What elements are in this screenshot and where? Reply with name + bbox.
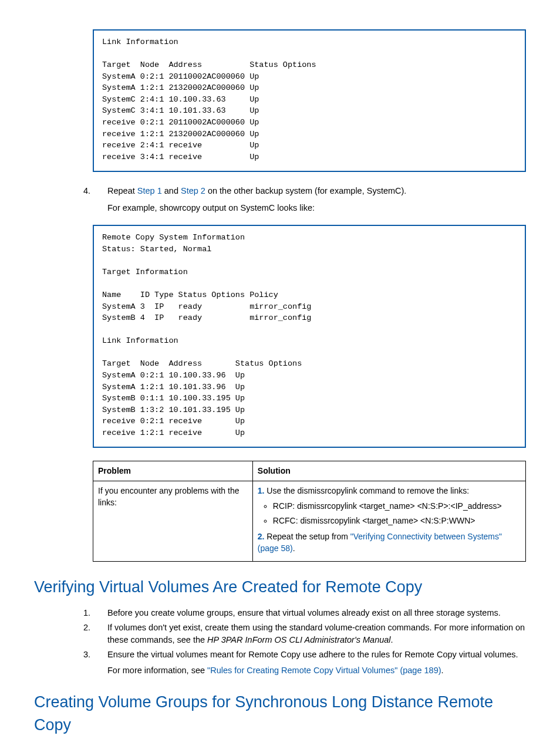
td-problem: If you encounter any problems with the l… (93, 481, 253, 561)
step4-text-suffix: on the other backup system (for example,… (205, 186, 407, 195)
sol1-bullet-rcip: RCIP: dismissrcopylink <target_name> <N:… (273, 500, 521, 512)
solution-item-1: 1. Use the dismissrcopylink command to r… (258, 485, 521, 527)
sol1-bullet-rcfc: RCFC: dismissrcopylink <target_name> <N:… (273, 515, 521, 526)
s1-li3-text: Ensure the virtual volumes meant for Rem… (107, 650, 518, 659)
s1-li3-sub-b: . (441, 666, 444, 675)
th-solution: Solution (252, 461, 525, 481)
step4-text-prefix: Repeat (107, 186, 137, 195)
link-step-2[interactable]: Step 2 (181, 186, 205, 195)
s1-li2-italic: HP 3PAR InForm OS CLI Administrator's Ma… (207, 635, 390, 644)
step-4: Repeat Step 1 and Step 2 on the other ba… (93, 185, 526, 214)
code-block-link-info-1: Link Information Target Node Address Sta… (93, 29, 526, 172)
sol2-end: . (293, 544, 295, 553)
s1-li2: If volumes don't yet exist, create them … (93, 622, 526, 646)
link-step-1[interactable]: Step 1 (137, 186, 162, 195)
sol-num-1: 1. (258, 486, 265, 495)
sol-num-2: 2. (258, 532, 265, 541)
th-problem: Problem (93, 461, 253, 481)
td-solution: 1. Use the dismissrcopylink command to r… (252, 481, 525, 561)
s1-li2-b: . (391, 635, 393, 644)
s1-li1: Before you create volume groups, ensure … (93, 607, 526, 619)
sol1-text: Use the dismissrcopylink command to remo… (264, 486, 469, 495)
step4-text-mid: and (162, 186, 181, 195)
heading-creating-volume-groups: Creating Volume Groups for Synchronous L… (34, 691, 526, 737)
link-rules-creating-rc-vv[interactable]: "Rules for Creating Remote Copy Virtual … (207, 666, 441, 675)
sol2-text: Repeat the setup from (264, 532, 350, 541)
problem-solution-table: Problem Solution If you encounter any pr… (93, 461, 526, 562)
s1-li3: Ensure the virtual volumes meant for Rem… (93, 649, 526, 677)
step4-example: For example, showrcopy output on SystemC… (107, 202, 526, 214)
s1-li3-sub-a: For more information, see (107, 666, 207, 675)
solution-item-2: 2. Repeat the setup from "Verifying Conn… (258, 531, 521, 555)
code-block-remote-copy-2: Remote Copy System Information Status: S… (93, 225, 526, 448)
heading-verifying-virtual-volumes: Verifying Virtual Volumes Are Created fo… (34, 576, 526, 599)
